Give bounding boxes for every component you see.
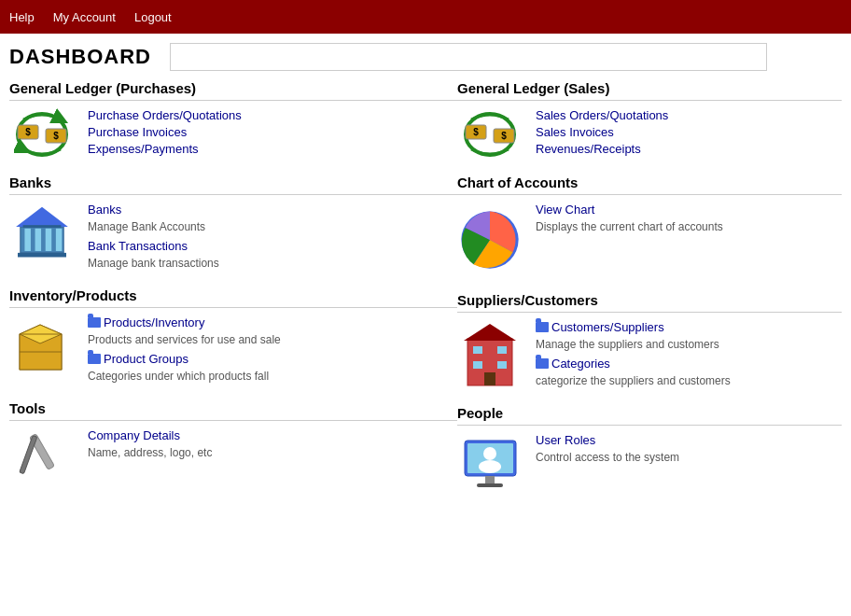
main-content: General Ledger (Purchases) $ $ (0, 80, 851, 509)
section-content-inventory: Products/Inventory Products and services… (9, 315, 457, 385)
purchase-orders-link[interactable]: Purchase Orders/Quotations (88, 108, 242, 122)
inventory-icon (9, 315, 75, 376)
view-chart-link[interactable]: View Chart (536, 203, 723, 217)
user-roles-desc: Control access to the system (536, 451, 679, 464)
categories-desc: categorize the suppliers and customers (536, 374, 731, 387)
chart-links: View Chart Displays the current chart of… (536, 203, 723, 236)
cash-purchases-svg: $ $ (14, 108, 70, 160)
svg-rect-9 (56, 229, 63, 251)
box-svg (12, 315, 73, 376)
section-title-banks: Banks (9, 175, 457, 195)
customers-desc: Manage the suppliers and customers (536, 338, 731, 351)
folder-icon-customers (536, 322, 549, 332)
suppliers-links: Customers/Suppliers Manage the suppliers… (536, 320, 731, 390)
section-content-banks: Banks Manage Bank Accounts Bank Transact… (9, 203, 457, 273)
svg-rect-29 (497, 346, 507, 354)
svg-rect-32 (484, 372, 495, 385)
banks-link[interactable]: Banks (88, 203, 219, 217)
svg-point-36 (479, 460, 501, 473)
people-svg (460, 433, 521, 494)
sales-orders-link[interactable]: Sales Orders/Quotations (536, 108, 668, 122)
pie-chart-svg (457, 203, 523, 277)
svg-rect-8 (46, 229, 52, 251)
folder-icon-products (88, 317, 101, 328)
purchase-invoices-link[interactable]: Purchase Invoices (88, 125, 242, 139)
left-column: General Ledger (Purchases) $ $ (9, 80, 457, 509)
section-title-inventory: Inventory/Products (9, 287, 457, 308)
svg-rect-6 (24, 229, 31, 251)
revenues-receipts-link[interactable]: Revenues/Receipts (536, 142, 668, 156)
svg-point-35 (483, 447, 496, 460)
product-groups-desc: Categories under which products fall (88, 370, 281, 383)
section-content-suppliers: Customers/Suppliers Manage the suppliers… (457, 320, 842, 390)
svg-rect-12 (23, 225, 62, 228)
banks-icon (9, 203, 75, 263)
gl-purchases-links: Purchase Orders/Quotations Purchase Invo… (88, 108, 242, 156)
section-title-gl-purchases: General Ledger (Purchases) (9, 80, 457, 101)
user-roles-link[interactable]: User Roles (536, 433, 679, 447)
section-title-chart: Chart of Accounts (457, 175, 842, 195)
folder-icon-groups (88, 354, 101, 364)
bank-transactions-link[interactable]: Bank Transactions (88, 239, 219, 253)
section-banks: Banks (9, 175, 457, 273)
svg-text:$: $ (53, 131, 59, 141)
section-suppliers-customers: Suppliers/Customers (457, 292, 842, 390)
section-content-gl-sales: $ $ Sales Orders/Quotations Sales Invoic… (457, 108, 842, 160)
top-nav: Help My Account Logout (0, 0, 851, 34)
svg-text:$: $ (25, 127, 31, 137)
section-content-people: User Roles Control access to the system (457, 433, 842, 494)
gl-sales-links: Sales Orders/Quotations Sales Invoices R… (536, 108, 668, 156)
categories-link[interactable]: Categories (551, 357, 610, 371)
section-title-suppliers: Suppliers/Customers (457, 292, 842, 313)
building-svg (460, 320, 521, 390)
svg-marker-27 (464, 324, 516, 341)
people-links: User Roles Control access to the system (536, 433, 679, 467)
tools-svg (12, 428, 73, 489)
section-title-gl-sales: General Ledger (Sales) (457, 80, 842, 101)
customers-suppliers-link[interactable]: Customers/Suppliers (551, 320, 664, 334)
svg-rect-30 (473, 361, 482, 369)
section-title-people: People (457, 405, 842, 426)
section-gl-purchases: General Ledger (Purchases) $ $ (9, 80, 457, 160)
section-tools: Tools Company Details Name, address, log… (9, 400, 457, 489)
svg-rect-28 (473, 346, 482, 354)
search-input[interactable] (170, 43, 767, 71)
company-details-link[interactable]: Company Details (88, 428, 212, 442)
tools-icon (9, 428, 75, 489)
section-inventory: Inventory/Products (9, 287, 457, 385)
company-details-desc: Name, address, logo, etc (88, 446, 212, 459)
expenses-payments-link[interactable]: Expenses/Payments (88, 142, 242, 156)
help-link[interactable]: Help (9, 10, 35, 24)
gl-sales-icon: $ $ (457, 108, 523, 160)
folder-icon-categories (536, 358, 549, 369)
bank-svg (14, 203, 70, 263)
section-people: People User Roles (457, 405, 842, 494)
sales-invoices-link[interactable]: Sales Invoices (536, 125, 668, 139)
gl-purchases-icon: $ $ (9, 108, 75, 160)
my-account-link[interactable]: My Account (53, 10, 116, 24)
svg-text:$: $ (473, 127, 479, 137)
section-title-tools: Tools (9, 400, 457, 421)
page-title: DASHBOARD (9, 45, 151, 69)
cash-sales-svg: $ $ (462, 108, 518, 160)
section-gl-sales: General Ledger (Sales) $ $ Sales Orders/… (457, 80, 842, 160)
chart-desc: Displays the current chart of accounts (536, 220, 723, 233)
svg-rect-7 (35, 229, 42, 251)
tools-links: Company Details Name, address, logo, etc (88, 428, 212, 462)
svg-rect-37 (485, 476, 495, 483)
svg-rect-19 (19, 435, 36, 473)
svg-rect-38 (477, 483, 503, 487)
section-chart-of-accounts: Chart of Accounts View Chart Disp (457, 175, 842, 277)
svg-text:$: $ (501, 131, 507, 141)
right-column: General Ledger (Sales) $ $ Sales Orders/… (457, 80, 842, 509)
section-content-gl-purchases: $ $ (9, 108, 457, 160)
logout-link[interactable]: Logout (134, 10, 172, 24)
inventory-links: Products/Inventory Products and services… (88, 315, 281, 385)
products-inventory-link[interactable]: Products/Inventory (104, 315, 204, 329)
svg-rect-11 (18, 253, 66, 258)
section-content-chart: View Chart Displays the current chart of… (457, 203, 842, 277)
product-groups-link[interactable]: Product Groups (104, 352, 188, 366)
section-content-tools: Company Details Name, address, logo, etc (9, 428, 457, 489)
products-desc: Products and services for use and sale (88, 333, 281, 346)
bank-transactions-desc: Manage bank transactions (88, 257, 219, 270)
